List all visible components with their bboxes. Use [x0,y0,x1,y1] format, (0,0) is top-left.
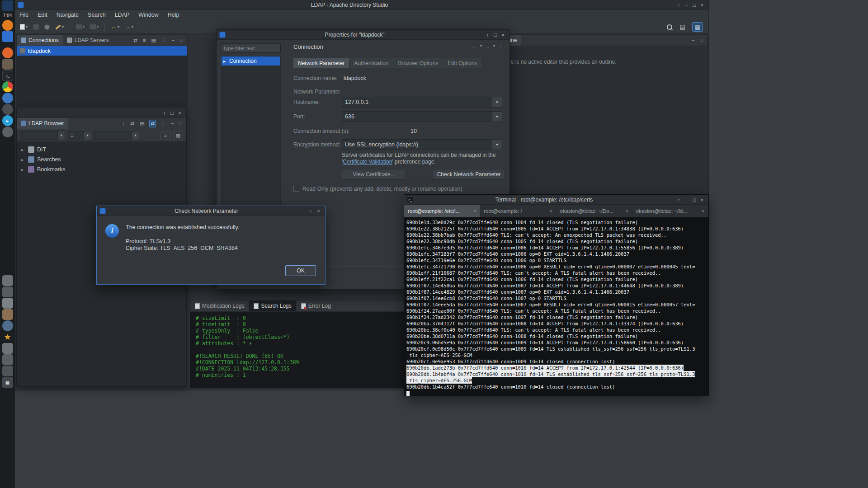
quick-filter-icon[interactable]: ▦ [173,131,183,140]
properties-titlebar[interactable]: Properties for "ldapdock" ↑ □ × [217,30,509,40]
view-maximize-icon[interactable]: □ [178,120,183,127]
certificate-validation-link[interactable]: Certificate Validation [343,159,392,165]
view-minimize-icon[interactable]: − [691,37,695,43]
sphere-icon[interactable] [2,127,13,137]
tab-ldap-servers[interactable]: LDAP Servers [63,35,113,46]
tab-close-icon[interactable]: × [473,208,476,214]
check-network-parameter-button[interactable]: Check Network Parameter [433,169,505,180]
chevron-down-icon[interactable]: ▾ [492,97,502,107]
chrome-icon[interactable] [2,81,13,92]
export-button[interactable]: ▾ [89,23,100,30]
menu-item[interactable]: Window [134,10,163,19]
check-dialog-titlebar[interactable]: Check Network Parameter ↑ × [97,206,325,216]
readonly-checkbox[interactable] [293,186,299,192]
collapse-all-icon[interactable]: ▤ [139,120,145,127]
filter-value-combo[interactable]: ▾ [94,131,139,140]
dropdown-icon[interactable]: ▾ [132,25,133,29]
app-menu-icon[interactable] [2,0,13,11]
terminal-tab-4[interactable]: okasion@tictac: ~/ld... × [632,205,708,217]
power-manager-icon[interactable] [2,20,13,31]
tab-error-log[interactable]: Error Log [297,300,336,311]
tab-ldap-browser[interactable]: LDAP Browser [17,118,68,129]
save-button[interactable] [32,23,40,31]
maximize-icon[interactable]: □ [168,110,176,116]
expander-icon[interactable]: ▸ [21,147,25,152]
minimize-icon[interactable]: − [683,2,690,8]
close-icon[interactable]: × [499,32,507,38]
ok-button[interactable]: OK [285,265,316,276]
display-icon[interactable] [2,286,13,297]
prev-entry-button[interactable]: ← [137,23,146,31]
shade-icon[interactable]: ↑ [484,32,491,38]
tab-close-icon[interactable]: × [625,208,628,214]
menu-item[interactable]: File [15,10,33,19]
magnifier-icon[interactable] [2,320,13,331]
filter-icon[interactable]: ≡ [142,37,146,43]
connection-name-value[interactable]: ldapdock [344,73,366,84]
terminal-tab-2[interactable]: root@example: / × [480,205,556,217]
tab-connections[interactable]: Connections [17,35,63,46]
refresh-icon[interactable]: ⇄ [129,120,135,127]
tab-authentication[interactable]: Authentication [349,58,393,68]
tab-close-icon[interactable]: × [549,208,552,214]
browser-titlebar[interactable]: ↑ □ × [17,108,186,118]
telegram-icon[interactable]: ▸ [2,115,13,126]
new-connection-button[interactable]: ▾ [19,23,29,31]
up-level-icon[interactable]: ↑ [122,120,126,127]
maximize-icon[interactable]: □ [690,197,698,202]
view-minimize-icon[interactable]: − [170,120,175,127]
terminal-titlebar[interactable]: >_ Terminal - root@example: /etc/ldap/ce… [404,195,708,205]
timeout-value[interactable]: 10 [410,126,417,136]
mail-icon[interactable] [2,59,13,70]
chevron-down-icon[interactable]: ▾ [492,112,502,122]
tree-item-dit[interactable]: ▸ DIT [17,145,186,155]
menu-item[interactable]: Search [83,10,110,19]
dropdown-icon[interactable]: ▾ [83,25,85,29]
terminal-output[interactable]: 690b1e1d.33e0d29c 0x7f7cd7ffe640 conn=10… [406,219,706,390]
close-icon[interactable]: × [698,2,706,8]
star-icon[interactable]: ★ [2,332,13,343]
workspace-icon[interactable] [2,31,13,42]
close-icon[interactable]: × [176,110,184,116]
open-perspective-button[interactable]: ▤ [677,22,688,32]
tab-network-parameter[interactable]: Network Parameter [293,58,349,68]
grid-launcher-icon[interactable]: ▦ [2,377,13,388]
filter-attribute-combo[interactable]: ▾ [20,131,65,140]
close-icon[interactable]: × [698,197,706,202]
menu-item[interactable]: Edit [33,10,52,19]
tab-browser-options[interactable]: Browser Options [393,58,443,68]
hierarchy-icon[interactable]: ≡ [160,131,170,140]
edit-entry-button[interactable]: ▾ [54,24,65,30]
tab-close-icon[interactable]: × [702,208,704,214]
view-menu-icon[interactable]: ⋮ [160,120,166,127]
connection-item-ldapdock[interactable]: ldapdock [17,46,187,56]
dropdown-icon[interactable]: ▾ [26,25,28,29]
terminal-launcher-icon[interactable]: >_ [2,70,13,81]
eject-icon[interactable] [2,354,13,365]
paw-icon[interactable] [2,104,13,115]
search-icon[interactable] [666,24,673,30]
close-icon[interactable]: × [315,208,322,214]
hostname-combo[interactable]: 127.0.0.1 ▾ [342,97,502,108]
view-maximize-icon[interactable]: □ [699,37,704,43]
dropdown-icon[interactable]: ▾ [62,25,64,29]
menu-item[interactable]: LDAP [110,10,134,19]
main-titlebar[interactable]: LDAP - Apache Directory Studio ↑ − □ × [15,0,708,10]
link-with-editor-icon[interactable]: ⇄ [149,120,156,127]
port-combo[interactable]: 636 ▾ [342,111,502,122]
shade-icon[interactable]: ↑ [675,197,683,202]
filter-input[interactable] [221,43,281,53]
chevron-down-icon[interactable]: ▾ [492,140,502,150]
nav-item-connection[interactable]: ▸ Connection [222,56,280,66]
terminal-content[interactable]: 690b1e1d.33e0d29c 0x7f7cd7ffe640 conn=10… [404,218,708,396]
view-certificate-button[interactable]: View Certificate... [342,169,406,180]
paint-roller-icon[interactable] [2,309,13,320]
shade-icon[interactable]: ↑ [675,2,683,8]
tab-modification-logs[interactable]: Modification Logs [190,300,249,311]
import-button[interactable]: ▾ [75,23,86,30]
nav-forward-icon[interactable]: → [485,43,490,49]
tree-item-bookmarks[interactable]: ▸ Bookmarks [17,164,186,174]
menu-item[interactable]: Help [163,10,184,19]
tab-search-logs[interactable]: Search Logs [249,300,296,311]
expander-icon[interactable]: ▸ [223,59,227,64]
